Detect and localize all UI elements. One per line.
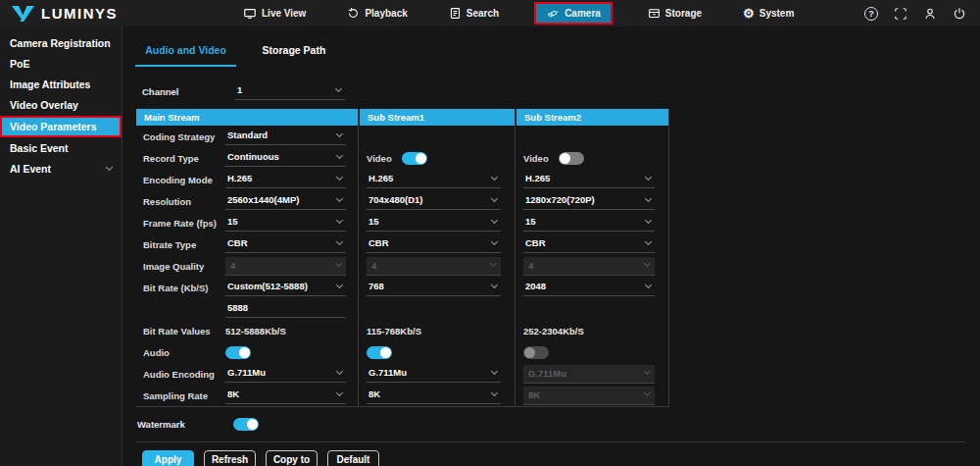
sidebar-item-basic-event[interactable]: Basic Event (0, 138, 122, 158)
sub2-bit-rate-select[interactable]: 2048 (523, 279, 655, 296)
main-bit-rate-values: 512-5888Kb/S (225, 326, 346, 337)
main-custom-bitrate-input[interactable]: 5888 (225, 300, 346, 318)
tab-bar: Audio and Video Storage Path (135, 44, 980, 67)
row-record-type: Record Type Continuous (135, 147, 358, 169)
sub2-audio-toggle (523, 346, 549, 359)
luminys-logo-icon (12, 6, 35, 22)
chevron-down-icon (336, 237, 343, 244)
search-icon (449, 7, 462, 20)
sidebar-item-ai-event[interactable]: AI Event (0, 159, 122, 179)
main-bit-rate-select[interactable]: Custom(512-5888) (225, 279, 346, 296)
fullscreen-icon[interactable] (894, 7, 907, 21)
sub-stream1-header: Sub Stream1 (359, 109, 514, 126)
tab-storage-path[interactable]: Storage Path (254, 44, 334, 67)
row-bitrate-type: Bitrate Type CBR (135, 233, 358, 255)
coding-strategy-select[interactable]: Standard (225, 128, 346, 145)
power-icon[interactable] (953, 7, 966, 21)
chevron-down-icon (644, 389, 651, 396)
chevron-down-icon (491, 173, 498, 180)
main-sampling-rate-select[interactable]: 8K (225, 387, 346, 404)
sub1-sampling-rate-select[interactable]: 8K (367, 387, 501, 404)
main-audio-toggle[interactable] (225, 346, 251, 359)
sub-stream1-column: Sub Stream1 Video H.265 704x480(D1) (358, 109, 514, 407)
help-icon[interactable]: ? (864, 7, 878, 21)
footer-buttons: Apply Refresh Copy to Default (135, 450, 980, 466)
storage-icon (648, 7, 661, 20)
chevron-down-icon (491, 388, 498, 395)
chevron-down-icon (336, 216, 343, 223)
main-nav: Live View Playback Search (237, 2, 800, 25)
sub1-bit-rate-values: 115-768Kb/S (367, 326, 501, 337)
row-sampling-rate: Sampling Rate 8K (135, 385, 358, 406)
stream-parameters-table: Main Stream Coding Strategy Standard Rec… (135, 109, 980, 407)
main-bitrate-type-select[interactable]: CBR (225, 235, 346, 253)
nav-live-view[interactable]: Live View (237, 3, 312, 25)
chevron-down-icon (645, 237, 652, 244)
chevron-down-icon (336, 173, 343, 180)
sub1-bit-rate-select[interactable]: 768 (367, 279, 501, 296)
system-gear-icon: ⚙ (743, 7, 755, 20)
sub1-encoding-mode-select[interactable]: H.265 (367, 171, 501, 188)
sidebar-item-poe[interactable]: PoE (0, 54, 122, 74)
chevron-down-icon (106, 164, 113, 171)
sub2-encoding-mode-select[interactable]: H.265 (523, 171, 655, 188)
sidebar-item-image-attributes[interactable]: Image Attributes (0, 75, 122, 94)
chevron-down-icon (336, 151, 343, 158)
chevron-down-icon (491, 194, 498, 201)
row-bit-rate: Bit Rate (Kb/S) Custom(512-5888) (135, 277, 358, 298)
sidebar-item-camera-registration[interactable]: Camera Registration (0, 33, 122, 53)
chevron-down-icon (645, 173, 652, 180)
chevron-down-icon (491, 237, 498, 244)
chevron-down-icon (335, 260, 342, 267)
sub1-resolution-select[interactable]: 704x480(D1) (367, 192, 501, 210)
sub2-video-row: Video (515, 147, 668, 169)
sub-stream2-header: Sub Stream2 (515, 109, 668, 126)
brand-name: LUMINYS (41, 5, 118, 22)
sub2-image-quality-select: 4 (523, 257, 655, 276)
chevron-down-icon (491, 216, 498, 223)
nav-search[interactable]: Search (443, 3, 505, 24)
default-button[interactable]: Default (327, 450, 379, 466)
sub1-bitrate-type-select[interactable]: CBR (367, 235, 501, 253)
channel-select[interactable]: 1 (235, 82, 345, 100)
sub2-resolution-select[interactable]: 1280x720(720P) (523, 192, 655, 210)
row-encoding-mode: Encoding Mode H.265 (135, 169, 358, 190)
channel-label: Channel (142, 86, 235, 97)
content-panel: Audio and Video Storage Path Channel 1 M… (122, 26, 980, 466)
user-icon[interactable] (923, 7, 937, 21)
chevron-down-icon (336, 388, 343, 395)
sidebar-item-video-parameters[interactable]: Video Parameters (0, 116, 122, 137)
sub1-video-toggle[interactable] (402, 152, 427, 165)
main-audio-encoding-select[interactable]: G.711Mu (225, 365, 346, 383)
sub2-video-toggle[interactable] (559, 152, 584, 165)
chevron-down-icon (645, 216, 652, 223)
apply-button[interactable]: Apply (142, 450, 194, 466)
tab-audio-and-video[interactable]: Audio and Video (135, 44, 236, 67)
sub2-frame-rate-select[interactable]: 15 (523, 214, 655, 232)
main-resolution-select[interactable]: 2560x1440(4MP) (225, 192, 346, 210)
camera-icon (546, 7, 560, 20)
copy-to-button[interactable]: Copy to (266, 450, 318, 466)
sub2-sampling-rate-select: 8K (523, 387, 655, 405)
topbar-right-icons: ? (864, 7, 966, 21)
sidebar-item-video-overlay[interactable]: Video Overlay (0, 95, 122, 115)
sub1-audio-toggle[interactable] (367, 346, 392, 359)
record-type-select[interactable]: Continuous (225, 149, 346, 167)
sub1-frame-rate-select[interactable]: 15 (367, 214, 501, 232)
sub2-bit-rate-values: 252-2304Kb/S (523, 326, 655, 337)
sub2-bitrate-type-select[interactable]: CBR (523, 235, 655, 253)
nav-storage[interactable]: Storage (642, 3, 708, 24)
watermark-toggle[interactable] (233, 418, 259, 431)
nav-camera[interactable]: Camera (534, 2, 612, 25)
row-coding-strategy: Coding Strategy Standard (135, 126, 358, 147)
main-encoding-mode-select[interactable]: H.265 (225, 171, 346, 188)
row-frame-rate: Frame Rate (fps) 15 (135, 212, 358, 233)
sidebar: Camera Registration PoE Image Attributes… (0, 26, 122, 466)
main-frame-rate-select[interactable]: 15 (225, 214, 346, 232)
nav-playback[interactable]: Playback (341, 3, 413, 24)
nav-system[interactable]: ⚙ System (737, 3, 800, 24)
refresh-button[interactable]: Refresh (204, 450, 256, 466)
sub1-audio-encoding-select[interactable]: G.711Mu (367, 365, 501, 383)
playback-icon (347, 7, 360, 20)
watermark-row: Watermark (135, 413, 980, 435)
